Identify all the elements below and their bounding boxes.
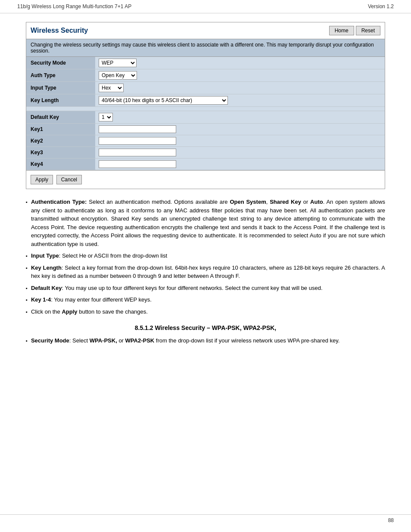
default-key-row: Default Key 1 2 3 4 xyxy=(26,111,385,124)
page-header: 11b/g Wireless Long Range Multi-function… xyxy=(0,0,411,13)
cancel-button[interactable]: Cancel xyxy=(56,175,82,184)
section-bullet-list: Security Mode: Select WPA-PSK, or WPA2-P… xyxy=(26,336,385,345)
key3-row: Key3 xyxy=(26,147,385,159)
input-type-row: Input Type Hex ASCII xyxy=(26,82,385,94)
auth-type-value: Open Key Shared Key Auto xyxy=(95,69,385,82)
reset-button[interactable]: Reset xyxy=(356,26,380,35)
key2-input[interactable] xyxy=(99,137,176,145)
key3-input[interactable] xyxy=(99,149,176,156)
panel-buttons: Home Reset xyxy=(329,26,380,35)
security-mode-select[interactable]: WEP WPA-PSK WPA2-PSK None xyxy=(99,59,137,67)
header-left: 11b/g Wireless Long Range Multi-function… xyxy=(17,3,131,9)
bullet-input-type-text: Input Type: Select He or ASCII from the … xyxy=(31,252,167,260)
default-key-label: Default Key xyxy=(26,111,95,124)
key4-input[interactable] xyxy=(99,160,176,168)
security-mode-label: Security Mode xyxy=(26,57,95,69)
key4-row: Key4 xyxy=(26,159,385,170)
wireless-security-panel: Wireless Security Home Reset Changing th… xyxy=(26,22,385,189)
bullet-list: Authentication Type: Select an authentic… xyxy=(26,198,385,316)
bullet-default-key: Default Key: You may use up to four diff… xyxy=(26,284,385,292)
key1-input[interactable] xyxy=(99,125,176,133)
key-length-row: Key Length 40/64-bit (10 hex digits or 5… xyxy=(26,94,385,107)
main-content: Wireless Security Home Reset Changing th… xyxy=(0,13,411,366)
warning-message: Changing the wireless security settings … xyxy=(26,39,385,57)
security-form-table: Security Mode WEP WPA-PSK WPA2-PSK None … xyxy=(26,57,385,170)
bullet-click-apply-text: Click on the Apply button to save the ch… xyxy=(31,308,148,316)
bullet-click-apply: Click on the Apply button to save the ch… xyxy=(26,308,385,316)
key3-label: Key3 xyxy=(26,147,95,159)
section-heading-8512: 8.5.1.2 Wireless Security – WPA-PSK, WPA… xyxy=(26,324,385,331)
apply-button[interactable]: Apply xyxy=(31,175,53,184)
default-key-select[interactable]: 1 2 3 4 xyxy=(99,113,113,121)
key-length-value: 40/64-bit (10 hex digits or 5 ASCII char… xyxy=(95,94,385,107)
bullet-key-1-4: Key 1-4: You may enter four different WE… xyxy=(26,296,385,304)
auth-type-row: Auth Type Open Key Shared Key Auto xyxy=(26,69,385,82)
auth-type-select[interactable]: Open Key Shared Key Auto xyxy=(99,71,137,80)
input-type-label: Input Type xyxy=(26,82,95,94)
bullet-auth-type: Authentication Type: Select an authentic… xyxy=(26,198,385,248)
home-button[interactable]: Home xyxy=(329,26,354,35)
key2-row: Key2 xyxy=(26,135,385,147)
bullet-key-length: Key Length: Select a key format from the… xyxy=(26,264,385,280)
key4-value xyxy=(95,159,385,170)
panel-header: Wireless Security Home Reset xyxy=(26,22,385,39)
bullet-default-key-text: Default Key: You may use up to four diff… xyxy=(31,284,323,292)
key2-label: Key2 xyxy=(26,135,95,147)
spacer-row-1 xyxy=(26,107,385,111)
key2-value xyxy=(95,135,385,147)
panel-title: Wireless Security xyxy=(31,27,88,34)
key1-row: Key1 xyxy=(26,124,385,135)
action-area: Apply Cancel xyxy=(26,170,385,189)
bullet-input-type: Input Type: Select He or ASCII from the … xyxy=(26,252,385,260)
security-mode-value: WEP WPA-PSK WPA2-PSK None xyxy=(95,57,385,69)
input-type-value: Hex ASCII xyxy=(95,82,385,94)
key3-value xyxy=(95,147,385,159)
key-length-label: Key Length xyxy=(26,94,95,107)
page-footer: 88 xyxy=(0,514,411,523)
page-number: 88 xyxy=(388,517,394,523)
key1-value xyxy=(95,124,385,135)
auth-type-label: Auth Type xyxy=(26,69,95,82)
key4-label: Key4 xyxy=(26,159,95,170)
bullet-auth-type-text: Authentication Type: Select an authentic… xyxy=(31,198,385,248)
security-mode-row: Security Mode WEP WPA-PSK WPA2-PSK None xyxy=(26,57,385,69)
input-type-select[interactable]: Hex ASCII xyxy=(99,84,124,92)
key-length-select[interactable]: 40/64-bit (10 hex digits or 5 ASCII char… xyxy=(99,96,228,105)
bullet-key-1-4-text: Key 1-4: You may enter four different WE… xyxy=(31,296,152,304)
key1-label: Key1 xyxy=(26,124,95,135)
bullet-security-mode: Security Mode: Select WPA-PSK, or WPA2-P… xyxy=(26,336,385,345)
bullet-key-length-text: Key Length: Select a key format from the… xyxy=(31,264,385,280)
bullet-security-mode-text: Security Mode: Select WPA-PSK, or WPA2-P… xyxy=(31,336,339,345)
default-key-value: 1 2 3 4 xyxy=(95,111,385,124)
header-right: Version 1.2 xyxy=(368,3,394,9)
